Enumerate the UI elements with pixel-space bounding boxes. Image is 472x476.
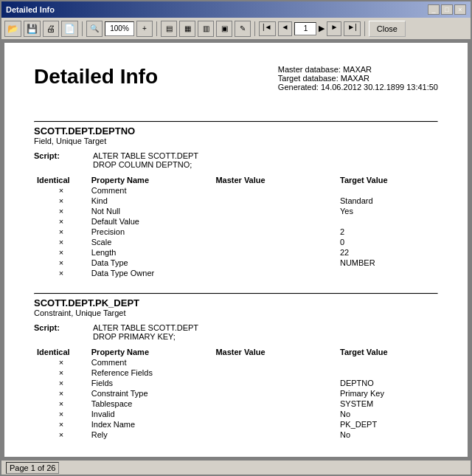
table-row: × Fields DEPTNO (34, 378, 438, 388)
main-window: Detailed Info _ □ × 📂 💾 🖨 📄 🔍 100% + ▤ ▦… (0, 0, 472, 476)
last-page-button[interactable]: ►| (344, 21, 361, 36)
status-bar: Page 1 of 26 (1, 460, 471, 475)
cell-target: No (337, 430, 438, 440)
cell-master (212, 247, 337, 258)
cell-identical: × (34, 258, 88, 268)
generated-label: Generated: (278, 83, 319, 92)
table-row: × Precision 2 (34, 227, 438, 237)
master-db-line: Master database: MAXAR (278, 65, 438, 74)
export-button[interactable]: 📄 (61, 21, 78, 37)
cell-target: 2 (337, 227, 438, 237)
zoom-in-button[interactable]: + (136, 21, 153, 37)
table-row: × Reference Fields (34, 368, 438, 378)
cell-identical: × (34, 378, 88, 388)
cell-target: Primary Key (337, 388, 438, 399)
table-row: × Constraint Type Primary Key (34, 388, 438, 399)
table-row: × Tablespace SYSTEM (34, 399, 438, 409)
section1-title: SCOTT.DEPT.DEPTNO (34, 125, 438, 137)
section2-subtitle: Constraint, Unique Target (34, 308, 438, 317)
cell-target: 22 (337, 247, 438, 258)
cell-target: Standard (337, 196, 438, 206)
close-window-button[interactable]: × (454, 4, 466, 15)
cell-property: Reference Fields (88, 368, 213, 378)
next-page-button[interactable]: ► (327, 21, 341, 36)
cell-target: Yes (337, 206, 438, 216)
sep4 (364, 21, 365, 36)
window-title: Detailed Info (6, 5, 55, 14)
first-page-button[interactable]: |◄ (259, 21, 276, 36)
section1-script: Script: ALTER TABLE SCOTT.DEPT DROP COLU… (34, 151, 438, 169)
close-button[interactable]: Close (369, 21, 406, 37)
edit-icon: ✎ (240, 24, 246, 32)
cell-identical: × (34, 237, 88, 247)
report-meta: Master database: MAXAR Target database: … (278, 65, 438, 92)
section1-table: Identical Property Name Master Value Tar… (34, 175, 438, 278)
title-bar-controls: _ □ × (428, 4, 466, 15)
th-master-2: Master Value (212, 347, 337, 357)
cell-property: Fields (88, 378, 213, 388)
th-property-2: Property Name (88, 347, 213, 357)
table-row: × Rely No (34, 430, 438, 440)
cell-target: PK_DEPT (337, 419, 438, 430)
cell-master (212, 378, 337, 388)
cell-master (212, 227, 337, 237)
view-btn2[interactable]: ▦ (179, 21, 195, 37)
report-title: Detailed Info (34, 65, 158, 89)
view-btn4[interactable]: ▣ (216, 21, 232, 37)
table-row: × Index Name PK_DEPT (34, 419, 438, 430)
minimize-button[interactable]: _ (428, 4, 440, 15)
th-identical-1: Identical (34, 175, 88, 185)
view-btn3[interactable]: ▥ (198, 21, 214, 37)
prev-page-button[interactable]: ◄ (278, 21, 293, 36)
table-row: × Data Type Owner (34, 268, 438, 278)
zoom-out-button[interactable]: 🔍 (86, 21, 103, 37)
table-row: × Not Null Yes (34, 206, 438, 216)
table-row: × Default Value (34, 216, 438, 227)
table-row: × Scale 0 (34, 237, 438, 247)
cell-master (212, 258, 337, 268)
view-btn1[interactable]: ▤ (161, 21, 177, 37)
cell-master (212, 206, 337, 216)
export-icon: 📄 (64, 24, 75, 34)
cell-property: Length (88, 247, 213, 258)
table-row: × Kind Standard (34, 196, 438, 206)
save-button[interactable]: 💾 (24, 21, 41, 37)
cell-property: Kind (88, 196, 213, 206)
script2-code: ALTER TABLE SCOTT.DEPT DROP PRIMARY KEY; (93, 323, 438, 341)
cell-property: Comment (88, 357, 213, 368)
cell-master (212, 430, 337, 440)
view-icon3: ▥ (203, 24, 209, 32)
cell-target: 0 (337, 237, 438, 247)
cell-master (212, 185, 337, 196)
toolbar: 📂 💾 🖨 📄 🔍 100% + ▤ ▦ ▥ ▣ ✎ |◄ ◄ 1 ▶ ► ►|… (1, 18, 471, 40)
cell-property: Index Name (88, 419, 213, 430)
cell-master (212, 388, 337, 399)
maximize-button[interactable]: □ (441, 4, 453, 15)
open-button[interactable]: 📂 (4, 21, 21, 37)
cell-master (212, 196, 337, 206)
cell-master (212, 399, 337, 409)
cell-target (337, 185, 438, 196)
table-row: × Invalid No (34, 409, 438, 419)
section1-divider (34, 121, 438, 123)
open-icon: 📂 (7, 24, 18, 34)
edit-btn[interactable]: ✎ (235, 21, 251, 37)
zoom-out-icon: 🔍 (90, 24, 99, 32)
cell-property: Default Value (88, 216, 213, 227)
cell-identical: × (34, 388, 88, 399)
script2-label: Script: (34, 323, 93, 341)
zoom-input[interactable]: 100% (105, 21, 134, 36)
sep1 (82, 21, 83, 36)
script1-code: ALTER TABLE SCOTT.DEPT DROP COLUMN DEPTN… (93, 151, 438, 169)
page-input[interactable]: 1 (294, 22, 316, 35)
cell-target: NUMBER (337, 258, 438, 268)
cell-master (212, 237, 337, 247)
report-page: Detailed Info Master database: MAXAR Tar… (4, 43, 468, 457)
target-db-line: Target database: MAXAR (278, 74, 438, 83)
title-bar: Detailed Info _ □ × (1, 1, 471, 18)
cell-identical: × (34, 185, 88, 196)
content-area: Detailed Info Master database: MAXAR Tar… (1, 40, 471, 460)
print-button[interactable]: 🖨 (43, 21, 59, 37)
cell-target: DEPTNO (337, 378, 438, 388)
cell-master (212, 268, 337, 278)
